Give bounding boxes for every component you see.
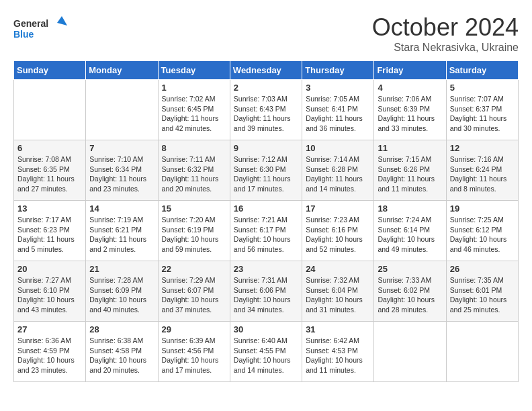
calendar-cell: 11Sunrise: 7:15 AMSunset: 6:26 PMDayligh… [374,140,446,201]
calendar-week-4: 20Sunrise: 7:27 AMSunset: 6:10 PMDayligh… [14,261,519,322]
calendar-cell: 19Sunrise: 7:25 AMSunset: 6:12 PMDayligh… [446,201,518,261]
cell-info: Sunrise: 6:39 AMSunset: 4:56 PMDaylight:… [162,336,226,375]
day-number: 26 [450,264,515,274]
day-number: 2 [234,83,298,93]
calendar-cell: 1Sunrise: 7:02 AMSunset: 6:45 PMDaylight… [158,80,230,140]
calendar-cell: 3Sunrise: 7:05 AMSunset: 6:41 PMDaylight… [302,80,374,140]
logo-svg: General Blue [13,13,67,44]
calendar-cell: 2Sunrise: 7:03 AMSunset: 6:43 PMDaylight… [230,80,302,140]
calendar-week-5: 27Sunrise: 6:36 AMSunset: 4:59 PMDayligh… [14,322,519,382]
day-number: 15 [162,203,226,214]
calendar-cell: 4Sunrise: 7:06 AMSunset: 6:39 PMDaylight… [374,80,446,140]
calendar-cell: 16Sunrise: 7:21 AMSunset: 6:17 PMDayligh… [230,201,302,261]
calendar-week-3: 13Sunrise: 7:17 AMSunset: 6:23 PMDayligh… [14,201,519,261]
weekday-header-monday: Monday [86,61,158,80]
calendar-cell: 25Sunrise: 7:33 AMSunset: 6:02 PMDayligh… [374,261,446,322]
weekday-header-row: SundayMondayTuesdayWednesdayThursdayFrid… [14,61,519,80]
day-number: 20 [17,264,82,274]
svg-text:Blue: Blue [13,29,34,40]
day-number: 1 [162,83,226,93]
day-number: 18 [378,203,442,214]
calendar-cell: 17Sunrise: 7:23 AMSunset: 6:16 PMDayligh… [302,201,374,261]
cell-info: Sunrise: 7:14 AMSunset: 6:28 PMDaylight:… [306,154,370,194]
calendar-cell: 28Sunrise: 6:38 AMSunset: 4:58 PMDayligh… [86,322,158,382]
cell-info: Sunrise: 7:35 AMSunset: 6:01 PMDaylight:… [450,275,515,315]
calendar-week-2: 6Sunrise: 7:08 AMSunset: 6:35 PMDaylight… [14,140,519,201]
weekday-header-wednesday: Wednesday [230,61,302,80]
day-number: 28 [89,324,154,334]
cell-info: Sunrise: 7:23 AMSunset: 6:16 PMDaylight:… [306,215,370,255]
calendar-cell [374,322,446,382]
day-number: 22 [162,264,226,274]
day-number: 7 [89,143,154,153]
svg-text:General: General [13,18,48,29]
calendar-cell: 7Sunrise: 7:10 AMSunset: 6:34 PMDaylight… [86,140,158,201]
calendar-cell: 31Sunrise: 6:42 AMSunset: 4:53 PMDayligh… [302,322,374,382]
day-number: 12 [450,143,515,153]
calendar-week-1: 1Sunrise: 7:02 AMSunset: 6:45 PMDaylight… [14,80,519,140]
header: General Blue October 2024 Stara Nekrasiv… [13,13,519,54]
cell-info: Sunrise: 7:10 AMSunset: 6:34 PMDaylight:… [89,154,154,194]
day-number: 16 [234,203,298,214]
calendar-cell: 20Sunrise: 7:27 AMSunset: 6:10 PMDayligh… [14,261,86,322]
calendar-cell: 14Sunrise: 7:19 AMSunset: 6:21 PMDayligh… [86,201,158,261]
cell-info: Sunrise: 7:05 AMSunset: 6:41 PMDaylight:… [306,94,370,134]
cell-info: Sunrise: 7:15 AMSunset: 6:26 PMDaylight:… [378,154,442,194]
cell-info: Sunrise: 6:40 AMSunset: 4:55 PMDaylight:… [234,336,298,375]
calendar-cell [14,80,86,140]
day-number: 24 [306,264,370,274]
calendar-table: SundayMondayTuesdayWednesdayThursdayFrid… [13,60,519,382]
day-number: 4 [378,83,442,93]
day-number: 25 [378,264,442,274]
calendar-cell: 6Sunrise: 7:08 AMSunset: 6:35 PMDaylight… [14,140,86,201]
cell-info: Sunrise: 6:36 AMSunset: 4:59 PMDaylight:… [17,336,82,375]
weekday-header-sunday: Sunday [14,61,86,80]
calendar-cell: 8Sunrise: 7:11 AMSunset: 6:32 PMDaylight… [158,140,230,201]
cell-info: Sunrise: 6:38 AMSunset: 4:58 PMDaylight:… [89,336,154,375]
cell-info: Sunrise: 7:16 AMSunset: 6:24 PMDaylight:… [450,154,515,194]
calendar-cell: 29Sunrise: 6:39 AMSunset: 4:56 PMDayligh… [158,322,230,382]
calendar-cell [86,80,158,140]
cell-info: Sunrise: 7:07 AMSunset: 6:37 PMDaylight:… [450,94,515,134]
day-number: 13 [17,203,82,214]
cell-info: Sunrise: 7:28 AMSunset: 6:09 PMDaylight:… [89,275,154,315]
cell-info: Sunrise: 7:19 AMSunset: 6:21 PMDaylight:… [89,215,154,255]
cell-info: Sunrise: 7:31 AMSunset: 6:06 PMDaylight:… [234,275,298,315]
month-title: October 2024 [372,13,519,42]
calendar-cell: 21Sunrise: 7:28 AMSunset: 6:09 PMDayligh… [86,261,158,322]
calendar-cell: 5Sunrise: 7:07 AMSunset: 6:37 PMDaylight… [446,80,518,140]
svg-marker-2 [57,16,67,26]
cell-info: Sunrise: 7:02 AMSunset: 6:45 PMDaylight:… [162,94,226,134]
cell-info: Sunrise: 7:27 AMSunset: 6:10 PMDaylight:… [17,275,82,315]
calendar-cell: 15Sunrise: 7:20 AMSunset: 6:19 PMDayligh… [158,201,230,261]
calendar-cell [446,322,518,382]
title-area: October 2024 Stara Nekrasivka, Ukraine [372,13,519,54]
calendar-cell: 26Sunrise: 7:35 AMSunset: 6:01 PMDayligh… [446,261,518,322]
logo: General Blue [13,13,67,44]
cell-info: Sunrise: 7:03 AMSunset: 6:43 PMDaylight:… [234,94,298,134]
calendar-cell: 9Sunrise: 7:12 AMSunset: 6:30 PMDaylight… [230,140,302,201]
day-number: 31 [306,324,370,334]
cell-info: Sunrise: 7:33 AMSunset: 6:02 PMDaylight:… [378,275,442,315]
weekday-header-tuesday: Tuesday [158,61,230,80]
calendar-cell: 24Sunrise: 7:32 AMSunset: 6:04 PMDayligh… [302,261,374,322]
day-number: 5 [450,83,515,93]
cell-info: Sunrise: 7:25 AMSunset: 6:12 PMDaylight:… [450,215,515,255]
day-number: 10 [306,143,370,153]
cell-info: Sunrise: 7:12 AMSunset: 6:30 PMDaylight:… [234,154,298,194]
day-number: 19 [450,203,515,214]
cell-info: Sunrise: 7:29 AMSunset: 6:07 PMDaylight:… [162,275,226,315]
day-number: 14 [89,203,154,214]
day-number: 8 [162,143,226,153]
day-number: 3 [306,83,370,93]
calendar-cell: 23Sunrise: 7:31 AMSunset: 6:06 PMDayligh… [230,261,302,322]
cell-info: Sunrise: 6:42 AMSunset: 4:53 PMDaylight:… [306,336,370,375]
day-number: 11 [378,143,442,153]
calendar-cell: 27Sunrise: 6:36 AMSunset: 4:59 PMDayligh… [14,322,86,382]
cell-info: Sunrise: 7:21 AMSunset: 6:17 PMDaylight:… [234,215,298,255]
cell-info: Sunrise: 7:11 AMSunset: 6:32 PMDaylight:… [162,154,226,194]
day-number: 27 [17,324,82,334]
calendar-cell: 10Sunrise: 7:14 AMSunset: 6:28 PMDayligh… [302,140,374,201]
cell-info: Sunrise: 7:32 AMSunset: 6:04 PMDaylight:… [306,275,370,315]
day-number: 21 [89,264,154,274]
